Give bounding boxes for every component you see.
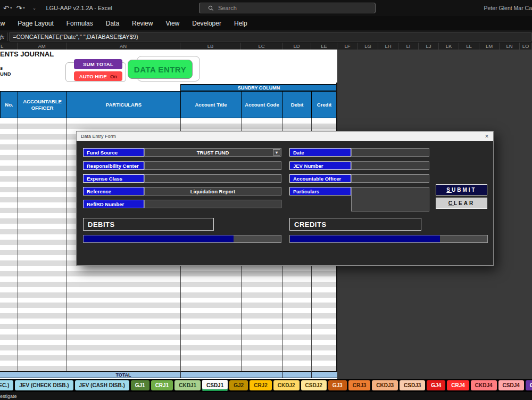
column-border [66,118,67,371]
sheet-tab-bar: REC.)JEV (CHECK DISB.)JEV (CASH DISB.)GJ… [0,379,532,391]
ref-rd-number-field[interactable] [144,200,281,208]
table-header-no: No. [0,91,18,118]
column-header-ll[interactable]: LL [459,43,479,50]
debits-bar[interactable] [83,235,281,243]
debits-bar-fill [84,235,234,242]
total-row-border [282,371,283,378]
ribbon-tab-developer[interactable]: Developer [186,16,228,30]
sheet-tab-ckdj4[interactable]: CKDJ4 [471,380,497,390]
ribbon-tab-data[interactable]: Data [99,16,126,30]
column-header-lf[interactable]: LF [337,43,358,50]
sheet-tab-ckdj1[interactable]: CKDJ1 [174,380,201,390]
total-row-border [180,371,181,378]
auto-hide-state: On [110,74,117,79]
clear-button[interactable]: CLEAR [436,198,487,209]
ribbon-tab-strip: awPage LayoutFormulasDataReviewViewDevel… [0,16,532,30]
redo-icon[interactable]: ↷ [16,4,22,12]
ribbon-tab-help[interactable]: Help [228,16,254,30]
clear-button-label: CLEAR [448,200,475,206]
ribbon-tab-review[interactable]: Review [126,16,159,30]
column-header-lj[interactable]: LJ [419,43,439,50]
fund-source-value: TRUST FUND [197,150,229,156]
sheet-tab-ckdj2[interactable]: CKDJ2 [273,380,300,390]
credits-bar-fill [290,235,440,242]
sheet-tab-crj2[interactable]: CRJ2 [250,380,272,390]
sum-total-button[interactable]: SUM TOTAL [74,59,122,69]
column-header-li[interactable]: LI [398,43,419,50]
status-bar: estigate [0,391,532,400]
header-text-fragment: UND [0,71,11,77]
accountable-officer-field[interactable] [351,174,429,183]
sheet-tab-crj4[interactable]: CRJ4 [447,380,469,390]
sheet-tab-ckdj3[interactable]: CKDJ3 [372,380,398,390]
particulars-field[interactable] [351,187,429,211]
sheet-tab-jev-check-disb[interactable]: JEV (CHECK DISB.) [15,380,73,390]
sheet-tab-csdj1[interactable]: CSDJ1 [202,380,228,391]
column-header-strip: LAMANLBLCLDLELFLGLHLILJLKLLLMLNLO [0,43,532,50]
sheet-tab-rec[interactable]: REC.) [0,380,13,390]
column-header-ln[interactable]: LN [500,43,520,50]
auto-hide-label: AUTO HIDE [79,74,107,79]
column-header-lc[interactable]: LC [241,43,282,50]
column-header-am[interactable]: AM [18,43,66,50]
ribbon-tab-view[interactable]: View [159,16,186,30]
expense-class-field[interactable] [144,174,281,183]
ribbon-tab-aw[interactable]: aw [0,16,11,30]
column-header-lo[interactable]: LO [520,43,532,50]
fund-source-dropdown[interactable]: TRUST FUND ▾ [144,148,281,157]
jev-number-field[interactable] [351,161,429,170]
dialog-title-bar[interactable]: Data Entry Form × [77,132,493,141]
sheet-tab-gj1[interactable]: GJ1 [131,380,149,390]
column-header-lm[interactable]: LM [479,43,500,50]
total-row-label: TOTAL [66,371,180,378]
sheet-tab-csdj3[interactable]: CSDJ3 [400,380,425,390]
fund-source-label: Fund Source [83,148,144,157]
submit-button-label: SUBMIT [446,187,476,193]
sheet-tab-jev-cash-disb[interactable]: JEV (CASH DISB.) [75,380,129,390]
sheet-tab-crj3[interactable]: CRJ3 [348,380,371,390]
date-field[interactable] [351,148,429,157]
column-header-lg[interactable]: LG [358,43,378,50]
close-icon[interactable]: × [483,132,491,141]
ribbon-tab-formulas[interactable]: Formulas [60,16,99,30]
sheet-tab-crj1[interactable]: CRJ1 [151,380,173,390]
responsibility-center-field[interactable] [144,161,281,170]
column-header-lb[interactable]: LB [180,43,241,50]
column-header-ld[interactable]: LD [282,43,311,50]
sheet-tab-csdj2[interactable]: CSDJ2 [301,380,327,390]
table-header-account-title: Account Title [180,91,242,118]
quick-access-toolbar: ↶ ▾ ↷ ▾ ⌄ [0,4,39,12]
sheet-tab-gj4[interactable]: GJ4 [427,380,445,390]
credits-bar[interactable] [289,235,488,243]
chevron-down-icon[interactable]: ▾ [273,149,280,156]
sheet-tab-gj3[interactable]: GJ3 [328,380,347,390]
undo-dropdown-icon[interactable]: ▾ [10,6,12,10]
undo-icon[interactable]: ↶ [3,4,9,12]
title-bar: ↶ ▾ ↷ ▾ ⌄ LGU-AAP v2.1.2A - Excel Search… [0,0,532,16]
table-header-credit: Credit [311,91,337,118]
fx-icon[interactable]: fx [0,34,6,40]
submit-button[interactable]: SUBMIT [436,184,487,195]
reference-field[interactable]: Liquidation Report [144,187,281,195]
ribbon-tab-page-layout[interactable]: Page Layout [11,16,60,30]
qat-customize-icon[interactable]: ⌄ [32,5,37,11]
sheet-tab-gj2[interactable]: GJ2 [229,380,248,390]
sheet-tab-gj5[interactable]: GJ5 [526,380,532,390]
credits-section-header: CREDITS [289,218,421,231]
status-bar-text: estigate [0,394,17,399]
account-user-name[interactable]: Peter Glent Mar Ca [484,0,532,16]
column-border [18,118,18,371]
reference-label: Reference [83,187,144,195]
sheet-tab-csdj4[interactable]: CSDJ4 [498,380,524,390]
redo-dropdown-icon[interactable]: ▾ [23,6,25,10]
auto-hide-button[interactable]: AUTO HIDE On [74,71,122,81]
data-entry-button[interactable]: DATA ENTRY [128,60,193,79]
column-header-lk[interactable]: LK [439,43,459,50]
formula-bar-input[interactable]: =CONCATENATE("Date"," ",DATABASE!$AY$9) [9,32,532,42]
column-header-le[interactable]: LE [311,43,337,50]
column-header-l[interactable]: L [0,43,18,50]
column-header-lh[interactable]: LH [378,43,398,50]
jev-number-label: JEV Number [289,161,351,170]
search-box[interactable]: Search [199,3,376,13]
column-header-an[interactable]: AN [66,43,180,50]
